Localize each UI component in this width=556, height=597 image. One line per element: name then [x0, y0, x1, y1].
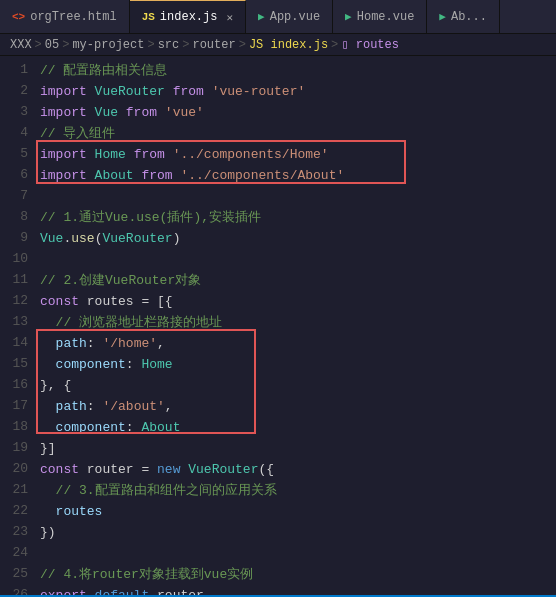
tab-label: Ab... — [451, 10, 487, 24]
code-line: }) — [40, 522, 556, 543]
html-icon: <> — [12, 11, 25, 23]
breadcrumb-symbol: ▯ routes — [341, 37, 399, 52]
code-line: Vue.use(VueRouter) — [40, 228, 556, 249]
code-line: // 导入组件 — [40, 123, 556, 144]
code-line: import VueRouter from 'vue-router' — [40, 81, 556, 102]
code-line: // 2.创建VueRouter对象 — [40, 270, 556, 291]
code-line: path: '/about', — [40, 396, 556, 417]
code-editor: 12345 678910 1112131415 1617181920 21222… — [0, 56, 556, 595]
tab-label: index.js — [160, 10, 218, 24]
code-line — [40, 543, 556, 564]
code-line: const routes = [{ — [40, 291, 556, 312]
tab-home[interactable]: ▶ Home.vue — [333, 0, 427, 33]
tab-about[interactable]: ▶ Ab... — [427, 0, 500, 33]
code-line: import Vue from 'vue' — [40, 102, 556, 123]
code-line: const router = new VueRouter({ — [40, 459, 556, 480]
code-line — [40, 249, 556, 270]
code-line: import Home from '../components/Home' — [40, 144, 556, 165]
tab-label: orgTree.html — [30, 10, 116, 24]
code-line: }, { — [40, 375, 556, 396]
breadcrumb-part: my-project — [72, 38, 144, 52]
breadcrumb-part: src — [158, 38, 180, 52]
tab-close-icon[interactable]: ✕ — [226, 11, 233, 24]
code-line: component: Home — [40, 354, 556, 375]
js-icon: JS — [142, 11, 155, 23]
line-numbers: 12345 678910 1112131415 1617181920 21222… — [0, 56, 36, 595]
code-line: import About from '../components/About' — [40, 165, 556, 186]
code-line: // 4.将router对象挂载到vue实例 — [40, 564, 556, 585]
app-window: <> orgTree.html JS index.js ✕ ▶ App.vue … — [0, 0, 556, 597]
vue-icon: ▶ — [439, 10, 446, 23]
breadcrumb: XXX > 05 > my-project > src > router > J… — [0, 34, 556, 56]
breadcrumb-part: router — [192, 38, 235, 52]
breadcrumb-part: 05 — [45, 38, 59, 52]
code-line: // 配置路由相关信息 — [40, 60, 556, 81]
code-line: }] — [40, 438, 556, 459]
code-line: // 3.配置路由和组件之间的应用关系 — [40, 480, 556, 501]
tab-index[interactable]: JS index.js ✕ — [130, 0, 246, 33]
vue-icon: ▶ — [258, 10, 265, 23]
tab-label: App.vue — [270, 10, 320, 24]
tab-label: Home.vue — [357, 10, 415, 24]
code-content: // 配置路由相关信息 import VueRouter from 'vue-r… — [36, 56, 556, 595]
code-line: routes — [40, 501, 556, 522]
breadcrumb-file: JS index.js — [249, 38, 328, 52]
code-line: component: About — [40, 417, 556, 438]
code-line: // 1.通过Vue.use(插件),安装插件 — [40, 207, 556, 228]
code-line: path: '/home', — [40, 333, 556, 354]
code-line: export default router — [40, 585, 556, 595]
code-line — [40, 186, 556, 207]
code-line: // 浏览器地址栏路接的地址 — [40, 312, 556, 333]
tab-orgtree[interactable]: <> orgTree.html — [0, 0, 130, 33]
tab-bar: <> orgTree.html JS index.js ✕ ▶ App.vue … — [0, 0, 556, 34]
tab-app[interactable]: ▶ App.vue — [246, 0, 333, 33]
breadcrumb-part: XXX — [10, 38, 32, 52]
vue-icon: ▶ — [345, 10, 352, 23]
